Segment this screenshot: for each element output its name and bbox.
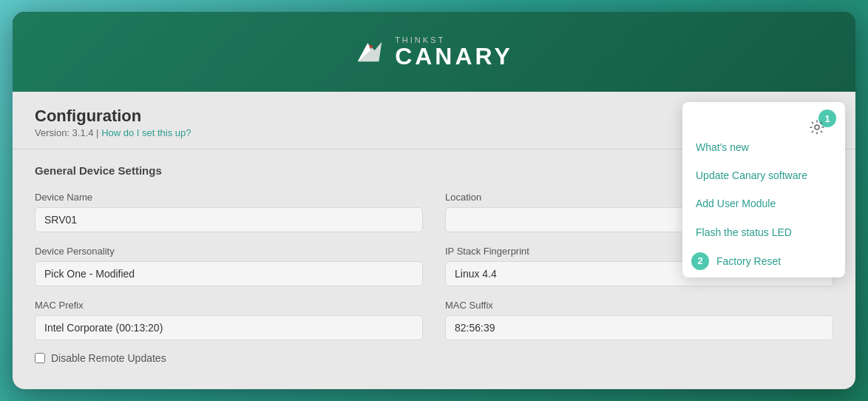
mac-suffix-group: MAC Suffix (445, 300, 833, 340)
device-personality-label: Device Personality (35, 246, 423, 257)
mac-suffix-label: MAC Suffix (445, 300, 833, 311)
main-area: Configuration Version: 3.1.4 | How do I … (13, 92, 855, 389)
badge-2: 2 (691, 252, 709, 270)
help-link[interactable]: How do I set this up? (101, 127, 191, 138)
badge-2-row: 2 Factory Reset (682, 246, 845, 277)
disable-remote-row: Disable Remote Updates (35, 352, 833, 364)
dropdown-update-canary[interactable]: Update Canary software (682, 161, 845, 189)
device-personality-input[interactable] (35, 261, 423, 286)
device-personality-group: Device Personality (35, 246, 423, 286)
logo-canary-text: CANARY (395, 44, 513, 68)
version-text: Version: 3.1.4 | (35, 127, 99, 138)
dropdown-flash-led[interactable]: Flash the status LED (682, 218, 845, 246)
mac-prefix-label: MAC Prefix (35, 300, 423, 311)
canary-bird-icon (355, 36, 386, 67)
app-window: THINKST CANARY Configuration Version: 3.… (13, 12, 855, 389)
device-name-label: Device Name (35, 192, 423, 203)
dropdown-add-user-module[interactable]: Add User Module (682, 189, 845, 218)
logo-container: THINKST CANARY (355, 36, 513, 68)
dropdown-menu: 1 What's new Update Canary software Add … (682, 102, 845, 277)
dropdown-factory-reset[interactable]: Factory Reset (716, 255, 781, 268)
logo-text: THINKST CANARY (395, 36, 513, 68)
mac-suffix-input[interactable] (445, 315, 833, 340)
mac-prefix-group: MAC Prefix (35, 300, 423, 340)
svg-marker-0 (358, 42, 382, 62)
device-name-input[interactable] (35, 207, 423, 232)
mac-prefix-input[interactable] (35, 315, 423, 340)
svg-point-4 (815, 125, 819, 129)
dropdown-header: 1 (682, 102, 845, 133)
gear-button[interactable] (804, 114, 830, 141)
disable-remote-label[interactable]: Disable Remote Updates (51, 352, 166, 364)
gear-icon (810, 120, 824, 135)
disable-remote-checkbox[interactable] (35, 353, 45, 363)
device-name-group: Device Name (35, 192, 423, 232)
app-header: THINKST CANARY (13, 12, 855, 92)
